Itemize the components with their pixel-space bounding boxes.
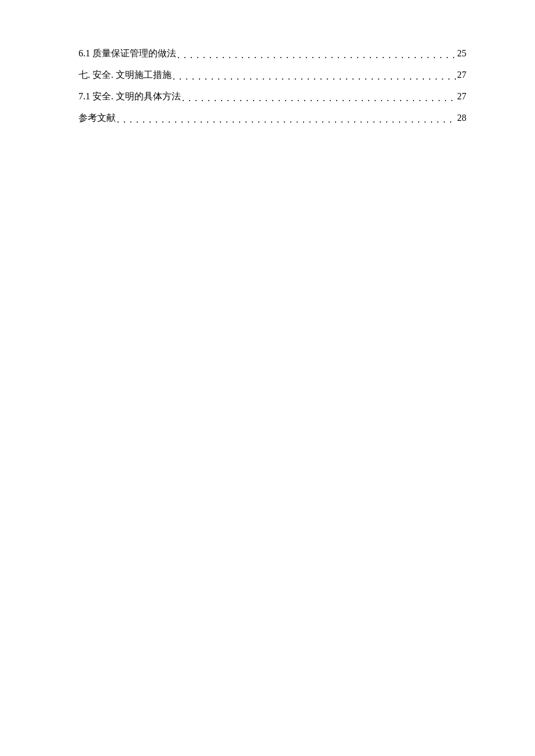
toc-title: 七. 安全. 文明施工措施 <box>79 68 172 82</box>
toc-dots: . . . . . . . . . . . . . . . . . . . . … <box>173 70 456 84</box>
toc-dots: . . . . . . . . . . . . . . . . . . . . … <box>177 48 456 62</box>
toc-title: 参考文献 <box>79 111 116 125</box>
toc-title: 6.1 质量保证管理的做法 <box>79 46 176 60</box>
toc-title: 7.1 安全. 文明的具体方法 <box>79 89 181 103</box>
toc-dots: . . . . . . . . . . . . . . . . . . . . … <box>117 113 456 127</box>
toc-entry: 参考文献 . . . . . . . . . . . . . . . . . .… <box>79 111 466 125</box>
table-of-contents: 6.1 质量保证管理的做法 . . . . . . . . . . . . . … <box>79 46 466 125</box>
toc-page-number: 27 <box>457 89 466 103</box>
toc-entry: 七. 安全. 文明施工措施 . . . . . . . . . . . . . … <box>79 68 466 82</box>
toc-page-number: 27 <box>457 68 466 82</box>
toc-entry: 6.1 质量保证管理的做法 . . . . . . . . . . . . . … <box>79 46 466 60</box>
toc-page-number: 28 <box>457 111 466 125</box>
toc-dots: . . . . . . . . . . . . . . . . . . . . … <box>182 91 456 105</box>
toc-entry: 7.1 安全. 文明的具体方法 . . . . . . . . . . . . … <box>79 89 466 103</box>
toc-page-number: 25 <box>457 46 466 60</box>
